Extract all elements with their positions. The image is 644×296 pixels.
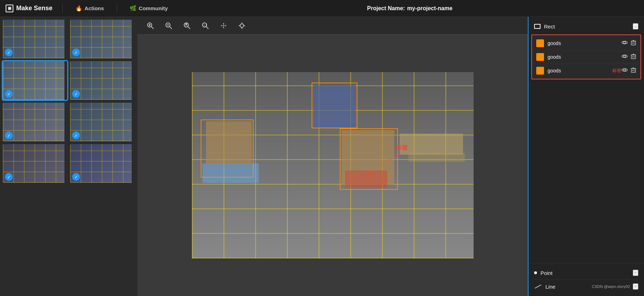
community-icon: 🌿 <box>130 5 137 12</box>
brand-label: Make Sense <box>16 5 52 12</box>
rect-expand-button[interactable]: ▲ <box>633 23 638 30</box>
nav-community[interactable]: 🌿 Community <box>127 4 171 13</box>
svg-point-27 <box>624 55 626 57</box>
line-tool-label: Line <box>545 284 555 290</box>
svg-point-14 <box>240 24 244 27</box>
label-name-3: goods <box>548 68 611 73</box>
thumb-check-4: ✓ <box>72 90 80 98</box>
rect-tool-header: Rect ▲ <box>529 20 644 33</box>
thumbnail-6[interactable]: ✓ <box>70 103 135 141</box>
csdn-watermark: CSDN @wqm-story02 <box>592 284 630 289</box>
right-panel: Rect ▲ goods <box>528 17 644 296</box>
zoom-fit-button[interactable] <box>181 20 193 32</box>
left-panel: ✓ ✓ ✓ ✓ <box>0 17 137 296</box>
point-icon <box>534 271 537 274</box>
line-expand-button[interactable]: ▼ <box>633 283 638 290</box>
svg-line-39 <box>535 285 541 288</box>
zoom-reset-button[interactable]: 1:1 <box>199 20 211 32</box>
label-visibility-1[interactable] <box>621 40 628 47</box>
canvas-toolbar: 1:1 <box>137 17 528 34</box>
project-name: my-project-name <box>407 5 452 12</box>
svg-point-33 <box>624 69 626 71</box>
nav-actions-label: Actions <box>85 5 104 11</box>
line-icon <box>534 284 542 289</box>
thumbnail-3[interactable]: ✓ <box>3 61 67 100</box>
zoom-out-button[interactable] <box>163 20 175 32</box>
point-tool-label: Point <box>540 270 552 276</box>
thumbnail-1[interactable]: ✓ <box>3 20 67 58</box>
svg-rect-28 <box>631 55 636 59</box>
main-layout: ✓ ✓ ✓ ✓ <box>0 17 644 296</box>
thumb-check-7: ✓ <box>5 173 13 181</box>
svg-line-5 <box>170 27 172 29</box>
thumbnail-7[interactable]: ✓ <box>3 144 67 183</box>
thumb-check-6: ✓ <box>72 131 80 139</box>
svg-line-1 <box>151 27 154 29</box>
warehouse-bg <box>192 72 474 258</box>
rect-tool-left: Rect <box>534 24 555 30</box>
labels-panel: goods <box>531 34 641 79</box>
nav-community-label: Community <box>139 5 168 11</box>
thumbnail-5[interactable]: ✓ <box>3 103 67 141</box>
thumb-check-8: ✓ <box>72 173 80 181</box>
thumb-check-3: ✓ <box>5 90 13 98</box>
nav-actions[interactable]: 🔥 Actions <box>73 4 107 13</box>
nav-divider-2 <box>117 4 117 13</box>
label-delete-2[interactable] <box>631 53 636 60</box>
svg-rect-22 <box>631 41 636 45</box>
thumb-check-1: ✓ <box>5 49 13 56</box>
svg-text:1:1: 1:1 <box>204 24 207 26</box>
point-expand-button[interactable]: ▼ <box>633 270 638 276</box>
svg-line-8 <box>188 27 190 29</box>
label-delete-1[interactable] <box>631 40 636 47</box>
label-actions-2 <box>621 53 636 60</box>
svg-rect-34 <box>631 69 636 72</box>
canvas-area[interactable]: 标签 <box>137 34 528 296</box>
label-delete-3[interactable] <box>631 67 636 74</box>
thumbnail-2[interactable]: ✓ <box>70 20 135 58</box>
svg-line-12 <box>206 27 208 29</box>
label-name-2: goods <box>548 54 621 60</box>
nav-divider-1 <box>62 4 63 13</box>
rect-tool-label: Rect <box>544 24 555 30</box>
line-tool-left: Line <box>534 284 555 290</box>
project-info: Project Name: my-project-name <box>179 5 638 12</box>
point-tool-row: Point ▼ <box>534 266 638 279</box>
project-label: Project Name: <box>367 5 405 12</box>
pan-button[interactable] <box>218 20 230 32</box>
top-nav: ▣ Make Sense 🔥 Actions 🌿 Community Proje… <box>0 0 644 17</box>
actions-icon: 🔥 <box>75 5 82 12</box>
brand-icon: ▣ <box>6 5 13 12</box>
point-tool-left: Point <box>534 270 552 276</box>
label-visibility-2[interactable] <box>621 53 628 60</box>
brand[interactable]: ▣ Make Sense <box>6 5 52 12</box>
thumbnail-grid: ✓ ✓ ✓ ✓ <box>3 20 135 183</box>
thumb-check-5: ✓ <box>5 131 13 139</box>
crosshair-button[interactable] <box>236 20 248 32</box>
right-top: Rect ▲ goods <box>529 17 644 263</box>
label-chinese-3: 标签 <box>612 67 621 74</box>
line-tool-row: Line CSDN @wqm-story02 ▼ <box>534 279 638 293</box>
zoom-in-button[interactable] <box>144 20 156 32</box>
label-actions-1 <box>621 40 636 47</box>
label-name-1: goods <box>548 40 621 46</box>
thumbnail-4[interactable]: ✓ <box>70 61 135 100</box>
label-row-2[interactable]: goods <box>532 50 640 64</box>
thumb-check-2: ✓ <box>72 49 80 56</box>
label-color-2 <box>536 53 544 61</box>
center-canvas: 1:1 <box>137 17 528 296</box>
svg-point-21 <box>624 41 626 44</box>
right-bottom: Point ▼ Line CSDN @wqm-story02 ▼ <box>529 263 644 296</box>
warehouse-image <box>192 72 474 258</box>
label-row-1[interactable]: goods <box>532 37 640 50</box>
label-visibility-3[interactable] <box>621 67 628 74</box>
label-actions-3 <box>621 67 636 74</box>
label-color-1 <box>536 39 544 47</box>
label-row-3[interactable]: goods 标签 <box>532 64 640 77</box>
thumbnail-8[interactable]: ✓ <box>70 144 135 183</box>
rect-icon <box>534 24 540 29</box>
label-color-3 <box>536 67 544 75</box>
